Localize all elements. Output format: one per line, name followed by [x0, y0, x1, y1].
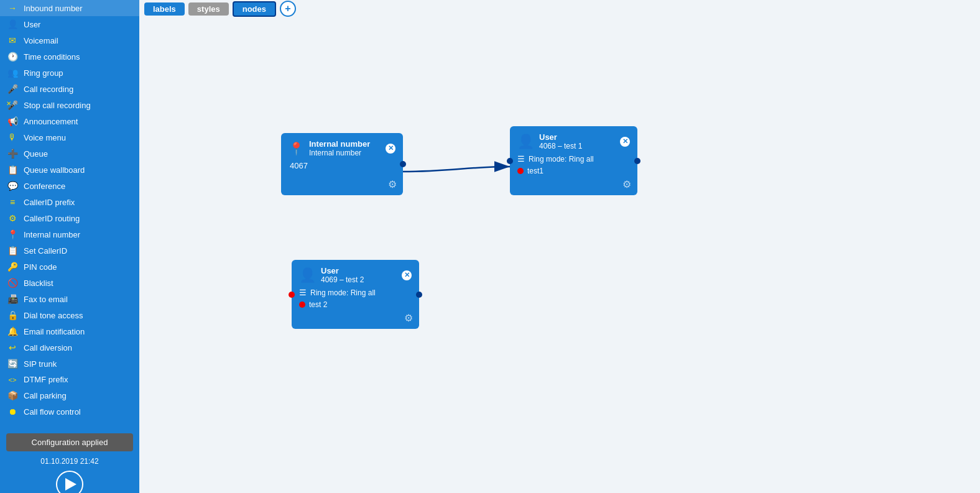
- sidebar-item-internal-number[interactable]: 📍 Internal number: [0, 226, 139, 242]
- sidebar-label-queue-wallboard: Queue wallboard: [24, 165, 85, 175]
- node-user2-close[interactable]: ✕: [402, 270, 412, 280]
- sidebar-item-user[interactable]: 👤 User: [0, 16, 139, 32]
- node-internal-close[interactable]: ✕: [386, 144, 395, 154]
- callerid-prefix-icon: ≡: [6, 197, 19, 207]
- sidebar-label-callerid-prefix: CallerID prefix: [24, 198, 75, 207]
- conn-dot-user1-left[interactable]: [507, 158, 513, 164]
- config-applied-button[interactable]: Configuration applied: [6, 433, 133, 451]
- plus-icon: +: [285, 3, 290, 14]
- sidebar-label-voicemail: Voicemail: [24, 36, 58, 45]
- toolbar-nodes-button[interactable]: nodes: [233, 1, 276, 17]
- sidebar-item-fax-to-email[interactable]: 📠 Fax to email: [0, 291, 139, 307]
- voicemail-icon: ✉: [6, 35, 19, 45]
- arrows-svg: [139, 17, 980, 493]
- ring-mode-icon-1: ☰: [517, 154, 525, 164]
- sidebar-item-callerid-routing[interactable]: ⚙ CallerID routing: [0, 210, 139, 226]
- sidebar-bottom: Configuration applied 01.10.2019 21:42 P…: [0, 425, 139, 493]
- dial-tone-access-icon: 🔒: [6, 310, 19, 320]
- sidebar-label-email-notification: Email notification: [24, 327, 85, 336]
- sidebar-item-call-recording[interactable]: 🎤 Call recording: [0, 81, 139, 97]
- user-icon: 👤: [6, 19, 19, 29]
- sidebar-item-dtmf-prefix[interactable]: <> DTMF prefix: [0, 372, 139, 387]
- sidebar-item-inbound-number[interactable]: → Inbound number: [0, 0, 139, 16]
- node-user1-title-group: User 4068 – test 1: [539, 132, 615, 150]
- sidebar-label-call-flow-control: Call flow control: [24, 407, 81, 417]
- play-triangle-icon: [65, 478, 76, 491]
- pin-code-icon: 🔑: [6, 262, 19, 272]
- sidebar-label-user: User: [24, 20, 40, 29]
- sidebar-item-call-flow-control[interactable]: ⏺ Call flow control: [0, 403, 139, 420]
- sip-trunk-icon: 🔄: [6, 359, 19, 369]
- sidebar-label-announcement: Announcement: [24, 117, 78, 126]
- node-user2-subtitle: 4069 – test 2: [321, 275, 397, 284]
- user2-avatar-icon: 👤: [299, 267, 316, 283]
- sidebar-item-queue-wallboard[interactable]: 📋 Queue wallboard: [0, 162, 139, 178]
- sidebar-item-blacklist[interactable]: 🚫 Blacklist: [0, 275, 139, 291]
- toolbar: labels styles nodes +: [139, 0, 980, 17]
- sidebar-label-queue: Queue: [24, 149, 48, 159]
- node-user2-gear[interactable]: ⚙: [404, 312, 413, 324]
- main-canvas: labels styles nodes + 📍 Internal: [139, 0, 980, 493]
- sidebar-item-time-conditions[interactable]: 🕐 Time conditions: [0, 48, 139, 65]
- sidebar-item-queue[interactable]: ➕ Queue: [0, 145, 139, 162]
- sidebar-item-email-notification[interactable]: 🔔 Email notification: [0, 323, 139, 339]
- status-dot-user1: [517, 168, 524, 174]
- node-internal-number-value: 4067: [290, 161, 395, 170]
- node-user2[interactable]: 👤 User 4069 – test 2 ✕ ☰ Ring mode: Ring…: [292, 260, 419, 329]
- config-date: 01.10.2019 21:42: [0, 457, 139, 466]
- inbound-number-icon: →: [6, 3, 19, 13]
- play-btn-container: PBX Introduction: [0, 471, 139, 493]
- dtmf-prefix-icon: <>: [6, 376, 19, 384]
- node-internal-number[interactable]: 📍 Internal number Internal number ✕ 4067…: [281, 133, 403, 195]
- sidebar-label-blacklist: Blacklist: [24, 279, 53, 288]
- sidebar-label-time-conditions: Time conditions: [24, 52, 80, 62]
- sidebar-item-dial-tone-access[interactable]: 🔒 Dial tone access: [0, 307, 139, 323]
- node-internal-gear[interactable]: ⚙: [388, 178, 397, 190]
- toolbar-styles-button[interactable]: styles: [188, 2, 229, 16]
- sidebar-item-announcement[interactable]: 📢 Announcement: [0, 113, 139, 129]
- toolbar-add-button[interactable]: +: [280, 1, 296, 17]
- set-callerid-icon: 📋: [6, 246, 19, 256]
- sidebar-label-call-recording: Call recording: [24, 85, 73, 94]
- sidebar-item-set-callerid[interactable]: 📋 Set CallerID: [0, 242, 139, 259]
- sidebar-item-ring-group[interactable]: 👥 Ring group: [0, 65, 139, 81]
- node-user1-status: test1: [517, 167, 630, 175]
- node-internal-title: Internal number: [309, 139, 381, 149]
- sidebar-item-pin-code[interactable]: 🔑 PIN code: [0, 259, 139, 275]
- node-user1-close[interactable]: ✕: [620, 137, 630, 147]
- sidebar-item-call-parking[interactable]: 📦 Call parking: [0, 387, 139, 403]
- status-dot-user2: [299, 302, 305, 308]
- sidebar-item-callerid-prefix[interactable]: ≡ CallerID prefix: [0, 194, 139, 210]
- sidebar: → Inbound number 👤 User ✉ Voicemail 🕐 Ti…: [0, 0, 139, 493]
- sidebar-item-conference[interactable]: 💬 Conference: [0, 178, 139, 194]
- sidebar-label-callerid-routing: CallerID routing: [24, 214, 80, 223]
- conn-dot-user1-right[interactable]: [634, 158, 640, 164]
- ring-mode-icon-2: ☰: [299, 288, 307, 297]
- sidebar-label-pin-code: PIN code: [24, 262, 57, 272]
- toolbar-labels-button[interactable]: labels: [144, 2, 185, 16]
- sidebar-label-stop-call-recording: Stop call recording: [24, 101, 91, 110]
- node-user1[interactable]: 👤 User 4068 – test 1 ✕ ☰ Ring mode: Ring…: [510, 126, 637, 195]
- conn-dot-user2-right[interactable]: [416, 292, 422, 298]
- user1-avatar-icon: 👤: [517, 134, 534, 150]
- conn-dot-internal-right[interactable]: [400, 161, 406, 167]
- conn-dot-user2-left[interactable]: [289, 292, 295, 298]
- node-user2-ring-mode-text: Ring mode: Ring all: [310, 288, 376, 297]
- play-button[interactable]: [56, 471, 83, 493]
- call-flow-control-icon: ⏺: [6, 407, 19, 417]
- node-user2-title-group: User 4069 – test 2: [321, 266, 397, 284]
- internal-number-icon: 📍: [6, 229, 19, 239]
- sidebar-label-inbound-number: Inbound number: [24, 4, 83, 13]
- sidebar-item-voicemail[interactable]: ✉ Voicemail: [0, 32, 139, 48]
- call-parking-icon: 📦: [6, 390, 19, 400]
- sidebar-item-call-diversion[interactable]: ↩ Call diversion: [0, 339, 139, 356]
- flow-canvas[interactable]: 📍 Internal number Internal number ✕ 4067…: [139, 17, 980, 493]
- sidebar-item-stop-call-recording[interactable]: 🎤✕ Stop call recording: [0, 97, 139, 113]
- sidebar-item-voice-menu[interactable]: 🎙 Voice menu: [0, 129, 139, 145]
- sidebar-label-fax-to-email: Fax to email: [24, 295, 68, 304]
- conference-icon: 💬: [6, 181, 19, 191]
- node-user1-gear[interactable]: ⚙: [622, 178, 631, 190]
- sidebar-item-sip-trunk[interactable]: 🔄 SIP trunk: [0, 356, 139, 372]
- node-user1-subtitle: 4068 – test 1: [539, 142, 615, 150]
- node-user2-status: test 2: [299, 300, 412, 309]
